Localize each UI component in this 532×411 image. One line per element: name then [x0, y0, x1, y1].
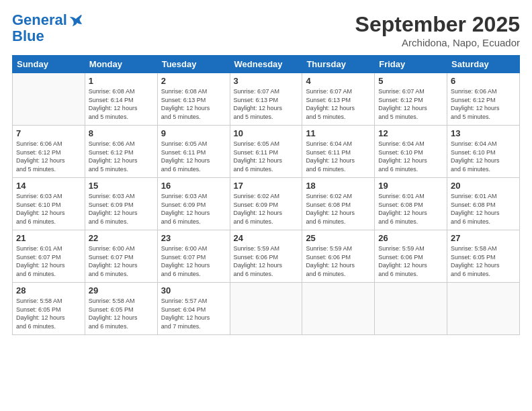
header: General Blue September 2025 Archidona, N… [12, 12, 520, 48]
day-header-tuesday: Tuesday [157, 56, 230, 73]
day-info: Sunrise: 6:03 AMSunset: 6:10 PMDaylight:… [16, 192, 81, 226]
day-info: Sunrise: 5:59 AMSunset: 6:06 PMDaylight:… [234, 244, 299, 278]
day-info: Sunrise: 6:06 AMSunset: 6:12 PMDaylight:… [89, 140, 154, 173]
day-number: 8 [89, 128, 154, 138]
day-number: 19 [378, 181, 443, 191]
day-number: 7 [16, 128, 81, 138]
calendar-cell: 24Sunrise: 5:59 AMSunset: 6:06 PMDayligh… [230, 230, 302, 283]
calendar-cell: 2Sunrise: 6:08 AMSunset: 6:13 PMDaylight… [157, 73, 230, 126]
day-number: 16 [161, 181, 226, 191]
day-number: 4 [306, 76, 371, 86]
logo-bird-icon [69, 13, 83, 28]
calendar-cell: 15Sunrise: 6:03 AMSunset: 6:09 PMDayligh… [85, 178, 157, 230]
day-number: 15 [89, 181, 154, 191]
title-block: September 2025 Archidona, Napo, Ecuador [355, 12, 520, 48]
calendar-header-row: SundayMondayTuesdayWednesdayThursdayFrid… [13, 56, 520, 73]
month-title: September 2025 [355, 12, 520, 37]
day-info: Sunrise: 6:04 AMSunset: 6:10 PMDaylight:… [378, 140, 443, 173]
logo: General Blue [12, 12, 83, 44]
calendar-cell: 19Sunrise: 6:01 AMSunset: 6:08 PMDayligh… [375, 178, 447, 230]
day-header-saturday: Saturday [447, 56, 520, 73]
day-number: 29 [89, 285, 154, 295]
day-info: Sunrise: 6:07 AMSunset: 6:13 PMDaylight:… [234, 87, 299, 121]
calendar: SundayMondayTuesdayWednesdayThursdayFrid… [12, 55, 520, 335]
calendar-cell: 1Sunrise: 6:08 AMSunset: 6:14 PMDaylight… [85, 73, 157, 126]
day-number: 20 [451, 181, 516, 191]
day-info: Sunrise: 5:59 AMSunset: 6:06 PMDaylight:… [378, 244, 443, 278]
calendar-cell: 30Sunrise: 5:57 AMSunset: 6:04 PMDayligh… [157, 283, 230, 335]
calendar-cell [302, 283, 375, 335]
day-header-thursday: Thursday [302, 56, 375, 73]
day-number: 13 [451, 128, 516, 138]
day-info: Sunrise: 6:02 AMSunset: 6:08 PMDaylight:… [306, 192, 371, 226]
day-number: 11 [306, 128, 371, 138]
day-header-friday: Friday [375, 56, 447, 73]
calendar-cell [447, 283, 520, 335]
calendar-cell: 22Sunrise: 6:00 AMSunset: 6:07 PMDayligh… [85, 230, 157, 283]
day-info: Sunrise: 6:01 AMSunset: 6:08 PMDaylight:… [451, 192, 516, 226]
day-info: Sunrise: 6:07 AMSunset: 6:13 PMDaylight:… [306, 87, 371, 121]
logo-blue-text: Blue [12, 28, 83, 44]
day-info: Sunrise: 5:58 AMSunset: 6:05 PMDaylight:… [16, 297, 81, 330]
page: General Blue September 2025 Archidona, N… [0, 0, 532, 411]
day-info: Sunrise: 6:06 AMSunset: 6:12 PMDaylight:… [451, 87, 516, 121]
day-info: Sunrise: 6:03 AMSunset: 6:09 PMDaylight:… [89, 192, 154, 226]
day-info: Sunrise: 6:01 AMSunset: 6:08 PMDaylight:… [378, 192, 443, 226]
calendar-cell: 18Sunrise: 6:02 AMSunset: 6:08 PMDayligh… [302, 178, 375, 230]
day-number: 25 [306, 233, 371, 243]
day-number: 17 [234, 181, 299, 191]
day-number: 5 [378, 76, 443, 86]
calendar-week-row: 28Sunrise: 5:58 AMSunset: 6:05 PMDayligh… [13, 283, 520, 335]
day-info: Sunrise: 6:04 AMSunset: 6:11 PMDaylight:… [306, 140, 371, 173]
calendar-cell: 5Sunrise: 6:07 AMSunset: 6:12 PMDaylight… [375, 73, 447, 126]
calendar-cell: 20Sunrise: 6:01 AMSunset: 6:08 PMDayligh… [447, 178, 520, 230]
day-number: 9 [161, 128, 226, 138]
calendar-cell: 28Sunrise: 5:58 AMSunset: 6:05 PMDayligh… [13, 283, 85, 335]
day-number: 18 [306, 181, 371, 191]
day-number: 12 [378, 128, 443, 138]
calendar-cell: 27Sunrise: 5:58 AMSunset: 6:05 PMDayligh… [447, 230, 520, 283]
calendar-cell: 14Sunrise: 6:03 AMSunset: 6:10 PMDayligh… [13, 178, 85, 230]
day-info: Sunrise: 6:01 AMSunset: 6:07 PMDaylight:… [16, 244, 81, 278]
calendar-cell: 17Sunrise: 6:02 AMSunset: 6:09 PMDayligh… [230, 178, 302, 230]
day-number: 6 [451, 76, 516, 86]
logo-text: General [12, 12, 67, 28]
day-info: Sunrise: 5:58 AMSunset: 6:05 PMDaylight:… [451, 244, 516, 278]
day-info: Sunrise: 5:57 AMSunset: 6:04 PMDaylight:… [161, 297, 226, 330]
day-number: 27 [451, 233, 516, 243]
calendar-cell: 12Sunrise: 6:04 AMSunset: 6:10 PMDayligh… [375, 126, 447, 178]
calendar-cell: 6Sunrise: 6:06 AMSunset: 6:12 PMDaylight… [447, 73, 520, 126]
location: Archidona, Napo, Ecuador [355, 37, 520, 48]
calendar-cell: 23Sunrise: 6:00 AMSunset: 6:07 PMDayligh… [157, 230, 230, 283]
calendar-cell [13, 73, 85, 126]
calendar-cell: 10Sunrise: 6:05 AMSunset: 6:11 PMDayligh… [230, 126, 302, 178]
day-number: 21 [16, 233, 81, 243]
day-info: Sunrise: 5:59 AMSunset: 6:06 PMDaylight:… [306, 244, 371, 278]
day-info: Sunrise: 6:04 AMSunset: 6:10 PMDaylight:… [451, 140, 516, 173]
day-info: Sunrise: 6:00 AMSunset: 6:07 PMDaylight:… [161, 244, 226, 278]
day-info: Sunrise: 5:58 AMSunset: 6:05 PMDaylight:… [89, 297, 154, 330]
day-header-wednesday: Wednesday [230, 56, 302, 73]
calendar-cell: 9Sunrise: 6:05 AMSunset: 6:11 PMDaylight… [157, 126, 230, 178]
day-header-sunday: Sunday [13, 56, 85, 73]
calendar-cell: 21Sunrise: 6:01 AMSunset: 6:07 PMDayligh… [13, 230, 85, 283]
day-info: Sunrise: 6:08 AMSunset: 6:13 PMDaylight:… [161, 87, 226, 121]
calendar-cell [230, 283, 302, 335]
calendar-week-row: 7Sunrise: 6:06 AMSunset: 6:12 PMDaylight… [13, 126, 520, 178]
day-header-monday: Monday [85, 56, 157, 73]
day-number: 28 [16, 285, 81, 295]
day-info: Sunrise: 6:08 AMSunset: 6:14 PMDaylight:… [89, 87, 154, 121]
calendar-cell: 13Sunrise: 6:04 AMSunset: 6:10 PMDayligh… [447, 126, 520, 178]
day-number: 26 [378, 233, 443, 243]
calendar-cell: 4Sunrise: 6:07 AMSunset: 6:13 PMDaylight… [302, 73, 375, 126]
day-info: Sunrise: 6:07 AMSunset: 6:12 PMDaylight:… [378, 87, 443, 121]
day-number: 22 [89, 233, 154, 243]
calendar-week-row: 14Sunrise: 6:03 AMSunset: 6:10 PMDayligh… [13, 178, 520, 230]
calendar-cell: 25Sunrise: 5:59 AMSunset: 6:06 PMDayligh… [302, 230, 375, 283]
day-number: 24 [234, 233, 299, 243]
day-info: Sunrise: 6:03 AMSunset: 6:09 PMDaylight:… [161, 192, 226, 226]
day-info: Sunrise: 6:05 AMSunset: 6:11 PMDaylight:… [234, 140, 299, 173]
day-number: 30 [161, 285, 226, 295]
day-info: Sunrise: 6:00 AMSunset: 6:07 PMDaylight:… [89, 244, 154, 278]
day-number: 23 [161, 233, 226, 243]
